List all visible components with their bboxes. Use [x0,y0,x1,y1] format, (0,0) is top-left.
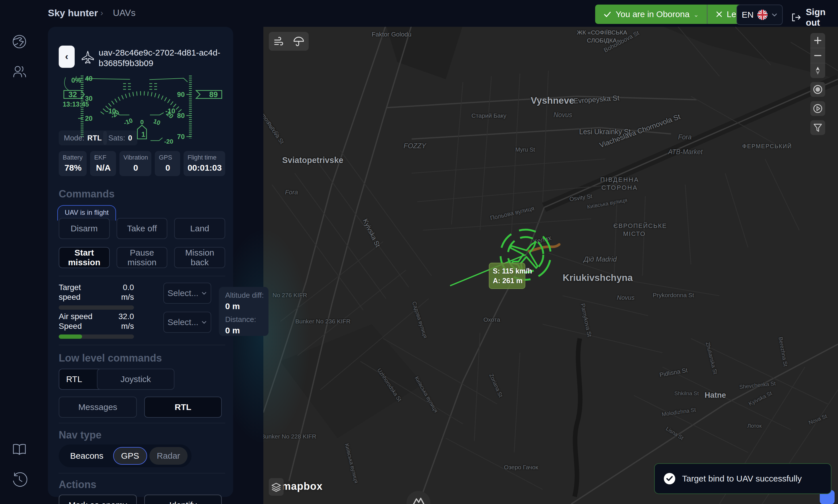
air-speed-select[interactable]: Select... [163,312,211,333]
svg-text:90: 90 [177,91,185,98]
divider [59,473,225,473]
map-streets [263,25,838,504]
chevron-down-icon [201,319,207,325]
disarm-button[interactable]: Disarm [59,218,110,239]
zoom-control-group [810,33,825,78]
hud-time: 13:13:45 [63,101,89,108]
telemetry-stats: Battery78% EKFN/A Vibration0 GPS0 Flight… [59,151,225,176]
wind-icon [273,36,284,47]
chevron-left-icon: ‹ [65,51,68,62]
geolocate-control [810,82,825,97]
hud-throttle: 0% [71,76,81,84]
geolocate-button[interactable] [810,82,825,97]
divider [59,276,225,276]
language-selector[interactable]: EN [736,4,783,25]
nav-option-beacons[interactable]: Beacons [63,447,111,465]
filter-button[interactable] [810,120,825,135]
back-button[interactable]: ‹ [59,46,75,68]
svg-text:40: 40 [85,75,93,82]
toast-notification: Target bind to UAV successfully [654,463,832,494]
close-icon [715,11,723,18]
rtl-button[interactable]: RTL [144,397,222,418]
svg-text:80: 80 [177,112,185,119]
globe-icon [11,33,28,50]
svg-text:-10: -10 [123,117,133,126]
target-speed-row: Targetspeed 0.0m/s [59,283,134,310]
umbrella-button[interactable] [291,34,306,49]
filter-control [810,120,825,135]
land-button[interactable]: Land [174,218,225,239]
start-mission-button[interactable]: Start mission [59,247,110,268]
stat-flight-time: Flight time00:01:03 [183,151,225,176]
divider [59,423,225,424]
wind-button[interactable] [272,34,286,49]
air-speed-progress [59,335,134,339]
playback-button[interactable] [810,101,825,116]
open-book-icon [11,441,28,458]
mission-back-button[interactable]: Mission back [174,247,225,268]
compass-button[interactable] [810,63,825,78]
low-level-title: Low level commands [59,352,162,364]
layers-button[interactable] [269,478,284,496]
signout-label: Sign out [806,7,838,28]
distance-value: 0 m [225,326,268,335]
map-canvas[interactable]: ЖК «СОФІЇВСЬКАСЛОБІДКА»Faktor GoloduBoho… [263,25,838,504]
app-brand[interactable]: Sky hunter [48,7,98,19]
sidebar-item-docs[interactable] [11,441,28,458]
svg-text:0: 0 [140,119,144,126]
pause-mission-button[interactable]: Pause mission [117,247,167,268]
messages-button[interactable]: Messages [59,397,137,418]
mark-as-enemy-button[interactable]: Mark as enemy [59,494,137,504]
uav-control-panel: ‹ uav-28c46e9c-2702-4d81-ac4d-b3685f9b3b… [48,27,233,497]
identify-button[interactable]: Identify [144,494,222,504]
uk-flag-icon [757,10,768,20]
target-speed-progress [59,305,134,310]
signout-button[interactable]: Sign out [791,7,838,28]
mapbox-attribution[interactable]: mapbox [282,480,323,492]
uav-speed-readout: S: 115 km/h [493,266,521,276]
hud-speed: 32 [68,90,77,99]
svg-text:-20: -20 [164,138,173,145]
hud-roll-value: 1 [141,130,145,138]
uav-altitude-readout: A: 261 m [493,276,521,286]
target-speed-select[interactable]: Select... [163,283,211,304]
hud-altitude: 89 [209,90,218,99]
zone-status-button[interactable]: You are in Oborona ⌄ [595,4,707,24]
svg-text:20: 20 [85,114,93,122]
uav-plane-icon [81,50,95,64]
playback-control [810,101,825,116]
zone-status-label: You are in Oborona [616,10,690,19]
stat-vibration: Vibration0 [120,151,151,176]
air-speed-progress-fill [59,335,82,339]
zoom-out-button[interactable] [810,48,825,63]
toast-message: Target bind to UAV successfully [682,474,802,484]
nav-option-radar[interactable]: Radar [149,447,188,465]
breadcrumb-separator-icon: › [100,8,103,18]
altitude-diff-value: 0 m [225,302,268,311]
stat-battery: Battery78% [59,151,87,176]
sidebar-item-history[interactable] [11,471,28,488]
joystick-button[interactable]: Joystick [97,369,175,390]
svg-text:70: 70 [177,133,185,141]
hud-sats-chip: Sats:0 [103,130,137,145]
compass-needle-icon [813,66,822,75]
weather-panel [269,32,309,51]
history-clock-icon [11,471,28,488]
mountains-icon [411,496,426,504]
success-check-icon [663,472,676,485]
language-code: EN [742,10,754,20]
zoom-in-button[interactable] [810,33,825,48]
svg-text:10: 10 [153,118,162,127]
breadcrumb-current: UAVs [113,8,136,18]
zone-split-button: You are in Oborona ⌄ Leave [595,4,758,24]
takeoff-button[interactable]: Take off [117,218,167,239]
actions-title: Actions [59,479,96,491]
umbrella-icon [293,36,304,47]
nav-option-gps[interactable]: GPS [113,447,147,465]
chevron-down-icon [771,12,778,18]
sidebar-item-users[interactable] [11,63,28,80]
signout-icon [791,11,802,24]
users-icon [11,63,28,80]
sidebar-item-map[interactable] [11,33,28,50]
chevron-down-icon [201,290,207,296]
